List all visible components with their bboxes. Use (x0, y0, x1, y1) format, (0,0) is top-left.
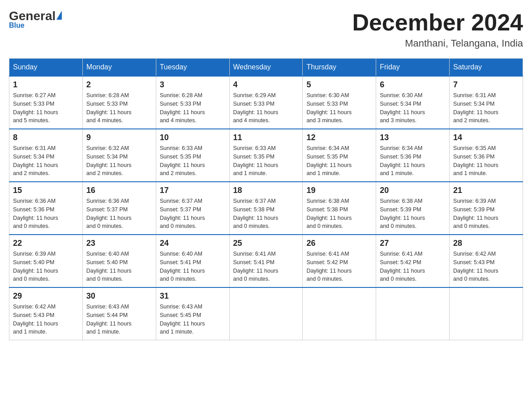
calendar-cell (376, 287, 450, 340)
day-info: Sunrise: 6:29 AM Sunset: 5:33 PM Dayligh… (233, 91, 299, 125)
day-info: Sunrise: 6:32 AM Sunset: 5:34 PM Dayligh… (86, 144, 152, 178)
day-number: 11 (233, 133, 299, 142)
calendar-cell: 31 Sunrise: 6:43 AM Sunset: 5:45 PM Dayl… (156, 287, 229, 340)
calendar-cell: 18 Sunrise: 6:37 AM Sunset: 5:38 PM Dayl… (229, 182, 303, 235)
calendar-week-row: 22 Sunrise: 6:39 AM Sunset: 5:40 PM Dayl… (9, 235, 523, 287)
day-info: Sunrise: 6:36 AM Sunset: 5:36 PM Dayligh… (13, 197, 79, 231)
day-info: Sunrise: 6:41 AM Sunset: 5:42 PM Dayligh… (380, 250, 446, 283)
day-info: Sunrise: 6:35 AM Sunset: 5:36 PM Dayligh… (453, 144, 519, 178)
calendar-cell: 21 Sunrise: 6:39 AM Sunset: 5:39 PM Dayl… (450, 182, 523, 235)
day-number: 27 (380, 239, 446, 248)
day-number: 29 (13, 291, 79, 301)
header-friday: Friday (376, 59, 450, 77)
calendar-cell: 10 Sunrise: 6:33 AM Sunset: 5:35 PM Dayl… (156, 129, 229, 182)
logo-triangle-icon (56, 11, 62, 20)
day-number: 6 (380, 80, 446, 90)
day-info: Sunrise: 6:37 AM Sunset: 5:37 PM Dayligh… (160, 197, 226, 231)
day-info: Sunrise: 6:40 AM Sunset: 5:41 PM Dayligh… (160, 250, 226, 283)
calendar-cell: 29 Sunrise: 6:42 AM Sunset: 5:43 PM Dayl… (9, 287, 83, 340)
day-info: Sunrise: 6:39 AM Sunset: 5:39 PM Dayligh… (453, 197, 519, 231)
day-info: Sunrise: 6:43 AM Sunset: 5:44 PM Dayligh… (86, 303, 152, 336)
day-number: 22 (13, 239, 79, 248)
day-info: Sunrise: 6:31 AM Sunset: 5:34 PM Dayligh… (453, 91, 519, 125)
header-wednesday: Wednesday (229, 59, 303, 77)
day-info: Sunrise: 6:28 AM Sunset: 5:33 PM Dayligh… (86, 91, 152, 125)
month-title: December 2024 (352, 9, 523, 36)
day-info: Sunrise: 6:38 AM Sunset: 5:39 PM Dayligh… (380, 197, 446, 231)
location-title: Manthani, Telangana, India (352, 38, 523, 49)
day-info: Sunrise: 6:33 AM Sunset: 5:35 PM Dayligh… (160, 144, 226, 178)
day-number: 23 (86, 239, 152, 248)
day-number: 19 (306, 186, 372, 195)
calendar-cell: 17 Sunrise: 6:37 AM Sunset: 5:37 PM Dayl… (156, 182, 229, 235)
title-section: December 2024 Manthani, Telangana, India (352, 9, 523, 49)
day-number: 28 (453, 239, 519, 248)
day-number: 31 (160, 291, 226, 301)
calendar-week-row: 8 Sunrise: 6:31 AM Sunset: 5:34 PM Dayli… (9, 129, 523, 182)
day-number: 13 (380, 133, 446, 142)
day-number: 15 (13, 186, 79, 195)
calendar-cell: 2 Sunrise: 6:28 AM Sunset: 5:33 PM Dayli… (82, 76, 156, 129)
calendar-week-row: 1 Sunrise: 6:27 AM Sunset: 5:33 PM Dayli… (9, 76, 523, 129)
header-thursday: Thursday (303, 59, 376, 77)
header-tuesday: Tuesday (156, 59, 229, 77)
day-number: 26 (306, 239, 372, 248)
day-info: Sunrise: 6:42 AM Sunset: 5:43 PM Dayligh… (13, 303, 79, 336)
calendar-cell: 7 Sunrise: 6:31 AM Sunset: 5:34 PM Dayli… (450, 76, 523, 129)
calendar-cell: 15 Sunrise: 6:36 AM Sunset: 5:36 PM Dayl… (9, 182, 83, 235)
calendar-cell: 11 Sunrise: 6:33 AM Sunset: 5:35 PM Dayl… (229, 129, 303, 182)
calendar-table: Sunday Monday Tuesday Wednesday Thursday… (9, 58, 523, 340)
calendar-cell: 26 Sunrise: 6:41 AM Sunset: 5:42 PM Dayl… (303, 235, 376, 287)
calendar-cell: 5 Sunrise: 6:30 AM Sunset: 5:33 PM Dayli… (303, 76, 376, 129)
calendar-cell: 27 Sunrise: 6:41 AM Sunset: 5:42 PM Dayl… (376, 235, 450, 287)
day-number: 1 (13, 80, 79, 90)
day-number: 5 (306, 80, 372, 90)
day-info: Sunrise: 6:34 AM Sunset: 5:35 PM Dayligh… (306, 144, 372, 178)
calendar-cell: 28 Sunrise: 6:42 AM Sunset: 5:43 PM Dayl… (450, 235, 523, 287)
calendar-cell: 24 Sunrise: 6:40 AM Sunset: 5:41 PM Dayl… (156, 235, 229, 287)
day-number: 2 (86, 80, 152, 90)
day-info: Sunrise: 6:39 AM Sunset: 5:40 PM Dayligh… (13, 250, 79, 283)
logo: General Blue (9, 9, 62, 30)
day-number: 4 (233, 80, 299, 90)
day-info: Sunrise: 6:43 AM Sunset: 5:45 PM Dayligh… (160, 303, 226, 336)
calendar-cell: 8 Sunrise: 6:31 AM Sunset: 5:34 PM Dayli… (9, 129, 83, 182)
calendar-cell: 3 Sunrise: 6:28 AM Sunset: 5:33 PM Dayli… (156, 76, 229, 129)
day-number: 7 (453, 80, 519, 90)
day-info: Sunrise: 6:34 AM Sunset: 5:36 PM Dayligh… (380, 144, 446, 178)
calendar-cell: 30 Sunrise: 6:43 AM Sunset: 5:44 PM Dayl… (82, 287, 156, 340)
calendar-cell: 19 Sunrise: 6:38 AM Sunset: 5:38 PM Dayl… (303, 182, 376, 235)
header-monday: Monday (82, 59, 156, 77)
day-info: Sunrise: 6:42 AM Sunset: 5:43 PM Dayligh… (453, 250, 519, 283)
calendar-cell: 25 Sunrise: 6:41 AM Sunset: 5:41 PM Dayl… (229, 235, 303, 287)
day-number: 3 (160, 80, 226, 90)
day-number: 9 (86, 133, 152, 142)
calendar-cell: 23 Sunrise: 6:40 AM Sunset: 5:40 PM Dayl… (82, 235, 156, 287)
calendar-week-row: 29 Sunrise: 6:42 AM Sunset: 5:43 PM Dayl… (9, 287, 523, 340)
calendar-cell: 13 Sunrise: 6:34 AM Sunset: 5:36 PM Dayl… (376, 129, 450, 182)
day-info: Sunrise: 6:30 AM Sunset: 5:33 PM Dayligh… (306, 91, 372, 125)
day-number: 17 (160, 186, 226, 195)
day-number: 14 (453, 133, 519, 142)
day-info: Sunrise: 6:41 AM Sunset: 5:42 PM Dayligh… (306, 250, 372, 283)
calendar-week-row: 15 Sunrise: 6:36 AM Sunset: 5:36 PM Dayl… (9, 182, 523, 235)
day-number: 20 (380, 186, 446, 195)
calendar-cell: 4 Sunrise: 6:29 AM Sunset: 5:33 PM Dayli… (229, 76, 303, 129)
logo-blue-label: Blue (9, 21, 25, 30)
day-number: 18 (233, 186, 299, 195)
day-info: Sunrise: 6:27 AM Sunset: 5:33 PM Dayligh… (13, 91, 79, 125)
calendar-cell: 6 Sunrise: 6:30 AM Sunset: 5:34 PM Dayli… (376, 76, 450, 129)
day-info: Sunrise: 6:28 AM Sunset: 5:33 PM Dayligh… (160, 91, 226, 125)
page-header: General Blue December 2024 Manthani, Tel… (9, 9, 523, 49)
day-info: Sunrise: 6:38 AM Sunset: 5:38 PM Dayligh… (306, 197, 372, 231)
day-info: Sunrise: 6:36 AM Sunset: 5:37 PM Dayligh… (86, 197, 152, 231)
calendar-cell (229, 287, 303, 340)
day-number: 10 (160, 133, 226, 142)
day-info: Sunrise: 6:33 AM Sunset: 5:35 PM Dayligh… (233, 144, 299, 178)
day-number: 12 (306, 133, 372, 142)
day-number: 25 (233, 239, 299, 248)
day-info: Sunrise: 6:31 AM Sunset: 5:34 PM Dayligh… (13, 144, 79, 178)
day-info: Sunrise: 6:40 AM Sunset: 5:40 PM Dayligh… (86, 250, 152, 283)
calendar-cell: 20 Sunrise: 6:38 AM Sunset: 5:39 PM Dayl… (376, 182, 450, 235)
weekday-header-row: Sunday Monday Tuesday Wednesday Thursday… (9, 59, 523, 77)
